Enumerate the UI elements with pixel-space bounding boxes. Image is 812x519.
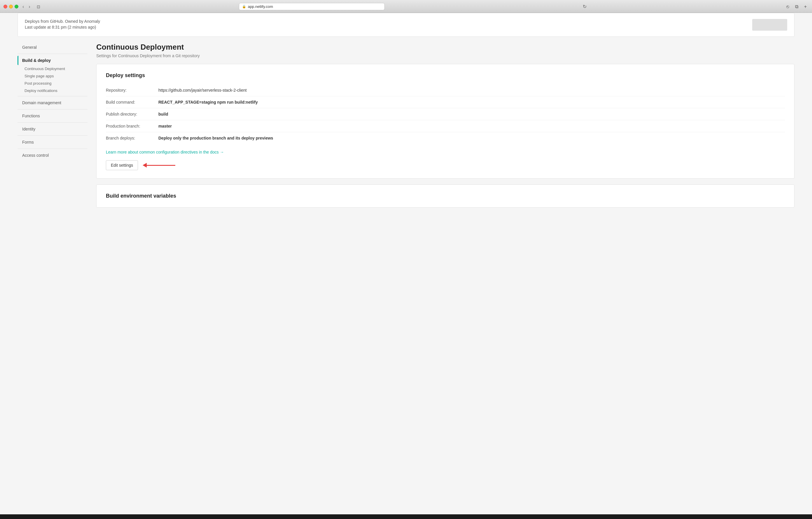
row-value-repository: https://github.com/jayair/serverless-sta… — [158, 84, 785, 96]
sidebar-item-build-deploy[interactable]: Build & deploy — [18, 56, 87, 65]
sidebar-section-domain: Domain management — [18, 98, 87, 107]
arrow-line — [146, 165, 175, 166]
top-card-line1: Deploys from GitHub. Owned by Anomaly — [25, 19, 100, 24]
row-label-branch-deploys: Branch deploys: — [106, 132, 158, 144]
lock-icon: 🔒 — [242, 5, 246, 8]
row-label-publish-dir: Publish directory: — [106, 108, 158, 120]
content-area: Continuous Deployment Settings for Conti… — [87, 43, 794, 213]
row-label-build-command: Build command: — [106, 96, 158, 108]
build-env-title: Build environment variables — [106, 193, 785, 199]
sidebar-item-access-control[interactable]: Access control — [18, 151, 87, 160]
sidebar-section-identity: Identity — [18, 124, 87, 134]
build-env-card: Build environment variables — [96, 185, 794, 208]
sidebar-section-forms: Forms — [18, 137, 87, 147]
sidebar-item-domain-management[interactable]: Domain management — [18, 98, 87, 107]
sidebar-section-functions: Functions — [18, 111, 87, 120]
top-card-info: Deploys from GitHub. Owned by Anomaly La… — [25, 19, 100, 31]
sidebar-item-post-processing[interactable]: Post processing — [18, 80, 87, 87]
address-bar[interactable]: 🔒 app.netlify.com — [239, 3, 385, 10]
edit-row: Edit settings — [106, 160, 785, 170]
minimize-button[interactable] — [9, 5, 13, 8]
row-value-publish-dir: build — [158, 108, 785, 120]
deploy-settings-card: Deploy settings Repository: https://gith… — [96, 64, 794, 179]
top-card: Deploys from GitHub. Owned by Anomaly La… — [18, 13, 794, 37]
page-subtitle: Settings for Continuous Deployment from … — [96, 53, 794, 58]
main-layout: General Build & deploy Continuous Deploy… — [18, 43, 794, 213]
row-value-branch-deploys: Deploy only the production branch and it… — [158, 132, 785, 144]
table-row: Branch deploys: Deploy only the producti… — [106, 132, 785, 144]
tab-view-button[interactable]: ⊡ — [34, 3, 42, 10]
sidebar-section-general: General — [18, 43, 87, 52]
red-arrow-annotation — [143, 163, 175, 168]
table-row: Production branch: master — [106, 120, 785, 132]
browser-chrome: ‹ › ⊡ 🔒 app.netlify.com ↻ ⎋ ⧉ + — [0, 0, 812, 13]
traffic-lights — [3, 5, 18, 8]
sidebar-item-functions[interactable]: Functions — [18, 111, 87, 120]
back-button[interactable]: ‹ — [21, 3, 26, 10]
sidebar-item-general[interactable]: General — [18, 43, 87, 52]
table-row: Build command: REACT_APP_STAGE=staging n… — [106, 96, 785, 108]
new-tab-button[interactable]: + — [802, 3, 809, 10]
duplicate-button[interactable]: ⧉ — [793, 3, 800, 10]
sidebar-section-build-deploy: Build & deploy Continuous Deployment Sin… — [18, 56, 87, 94]
sidebar-item-single-page-apps[interactable]: Single page apps — [18, 73, 87, 80]
row-value-production-branch: master — [158, 120, 785, 132]
row-label-production-branch: Production branch: — [106, 120, 158, 132]
share-button[interactable]: ⎋ — [785, 3, 791, 10]
fullscreen-button[interactable] — [14, 5, 18, 8]
row-label-repository: Repository: — [106, 84, 158, 96]
page-title: Continuous Deployment — [96, 43, 794, 52]
sidebar-section-access: Access control — [18, 151, 87, 160]
close-button[interactable] — [3, 5, 7, 8]
deploy-settings-title: Deploy settings — [106, 73, 785, 79]
reload-button[interactable]: ↻ — [581, 3, 588, 10]
top-card-line2: Last update at 8:31 pm (2 minutes ago) — [25, 25, 100, 29]
url-text: app.netlify.com — [248, 4, 273, 9]
table-row: Publish directory: build — [106, 108, 785, 120]
forward-button[interactable]: › — [27, 3, 32, 10]
sidebar-item-forms[interactable]: Forms — [18, 137, 87, 147]
table-row: Repository: https://github.com/jayair/se… — [106, 84, 785, 96]
sidebar-item-identity[interactable]: Identity — [18, 124, 87, 134]
deploy-settings-table: Repository: https://github.com/jayair/se… — [106, 84, 785, 144]
page-wrapper: Deploys from GitHub. Owned by Anomaly La… — [0, 13, 812, 514]
top-card-placeholder — [752, 19, 787, 31]
sidebar: General Build & deploy Continuous Deploy… — [18, 43, 87, 213]
edit-settings-button[interactable]: Edit settings — [106, 160, 138, 170]
nav-buttons: ‹ › — [21, 3, 32, 10]
learn-more-link[interactable]: Learn more about common configuration di… — [106, 150, 224, 155]
sidebar-item-deploy-notifications[interactable]: Deploy notifications — [18, 87, 87, 94]
sidebar-item-continuous-deployment[interactable]: Continuous Deployment — [18, 65, 87, 73]
row-value-build-command: REACT_APP_STAGE=staging npm run build:ne… — [158, 96, 785, 108]
learn-more-text: Learn more about common configuration di… — [106, 150, 224, 155]
browser-actions: ⎋ ⧉ + — [785, 3, 809, 10]
